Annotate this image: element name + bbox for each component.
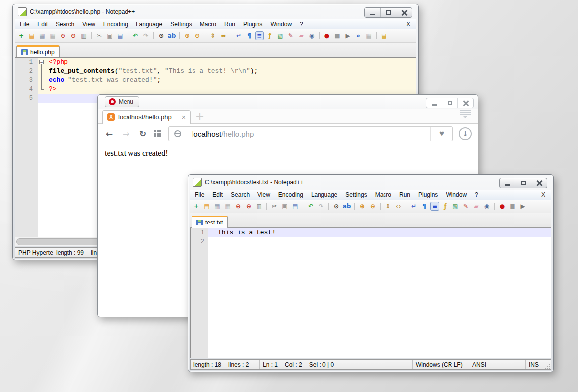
menu-item-edit[interactable]: Edit	[208, 190, 227, 199]
tab-hello-php[interactable]: hello.php	[16, 45, 60, 57]
editor-line[interactable]: 1This is a test!	[191, 228, 551, 237]
status-encoding[interactable]: ANSI	[469, 360, 526, 369]
minimize-button[interactable]	[426, 98, 442, 108]
close-doc-icon[interactable]: ⊖	[59, 31, 67, 40]
menu-item-language[interactable]: Language	[307, 190, 341, 199]
paste-icon[interactable]: ▤	[116, 31, 125, 40]
menu-close-document-button[interactable]: X	[536, 191, 550, 198]
menu-item-run[interactable]: Run	[395, 190, 414, 199]
editor-empty-area[interactable]	[191, 246, 551, 358]
opera-menu-button[interactable]: Menu	[105, 96, 139, 107]
indent-guide-icon[interactable]: ≡	[255, 31, 264, 40]
document-map-icon[interactable]: ▧	[276, 31, 285, 40]
zoom-out-icon[interactable]: ⊖	[368, 202, 377, 211]
resize-grip[interactable]	[545, 363, 551, 369]
zoom-in-icon[interactable]: ⊕	[358, 202, 367, 211]
replace-icon[interactable]: ab	[342, 202, 351, 211]
sync-horizontal-scroll-icon[interactable]: ⇔	[219, 31, 228, 40]
menu-item-settings[interactable]: Settings	[166, 20, 195, 29]
maximize-button[interactable]	[515, 178, 531, 188]
document-switcher-icon[interactable]: ✎	[286, 31, 295, 40]
print-icon[interactable]: ▥	[255, 202, 263, 211]
close-all-docs-icon[interactable]: ⊖	[69, 31, 78, 40]
open-folder-icon[interactable]: ▤	[27, 31, 36, 40]
project-panel-icon[interactable]: ▰	[297, 31, 306, 40]
speed-dial-icon[interactable]	[154, 130, 161, 137]
function-list-icon[interactable]: ƒ	[441, 202, 450, 211]
menu-item-file[interactable]: File	[16, 20, 33, 29]
word-wrap-icon[interactable]: ↵	[234, 31, 243, 40]
close-button[interactable]	[531, 178, 547, 188]
menu-close-document-button[interactable]: X	[401, 21, 415, 28]
undo-icon[interactable]: ↶	[131, 31, 140, 40]
function-list-icon[interactable]: ƒ	[265, 31, 274, 40]
new-file-icon[interactable]: +	[17, 31, 26, 40]
print-icon[interactable]: ▥	[79, 31, 88, 40]
url-text[interactable]: localhost/hello.php	[187, 130, 254, 138]
menu-item-encoding[interactable]: Encoding	[99, 20, 132, 29]
menu-item-search[interactable]: Search	[52, 20, 78, 29]
macro-play-icon[interactable]: ▶	[343, 31, 352, 40]
editor-line[interactable]: 2	[191, 237, 551, 246]
status-insert-mode[interactable]: INS	[526, 360, 544, 369]
minimize-button[interactable]	[365, 8, 380, 17]
macro-record-icon[interactable]: ●	[498, 202, 507, 211]
close-all-docs-icon[interactable]: ⊖	[244, 202, 253, 211]
menu-item-plugins[interactable]: Plugins	[414, 190, 442, 199]
macro-save-icon[interactable]: ▦	[364, 31, 373, 40]
maximize-button[interactable]	[380, 8, 396, 17]
macro-stop-icon[interactable]: ■	[508, 202, 517, 211]
editor-line[interactable]: 2file_put_contents("test.txt", "This is …	[15, 67, 416, 76]
show-all-characters-icon[interactable]: ¶	[420, 202, 429, 211]
close-button[interactable]	[396, 8, 412, 17]
macro-stop-icon[interactable]: ■	[333, 31, 342, 40]
menu-item-view[interactable]: View	[254, 190, 274, 199]
sync-vertical-scroll-icon[interactable]: ⇕	[384, 202, 392, 211]
browser-title-bar[interactable]: Menu	[98, 95, 478, 109]
cut-icon[interactable]: ✂	[95, 31, 104, 40]
editor[interactable]: 1This is a test!2	[190, 228, 551, 358]
menu-item-file[interactable]: File	[191, 190, 208, 199]
menu-item-macro[interactable]: Macro	[371, 190, 395, 199]
menu-item-search[interactable]: Search	[227, 190, 254, 199]
undo-icon[interactable]: ↶	[306, 202, 315, 211]
title-bar[interactable]: C:\xampp\htdocs\hello.php - Notepad++	[15, 4, 416, 19]
file-monitoring-eye-icon[interactable]: ◉	[482, 202, 491, 211]
document-switcher-icon[interactable]: ✎	[461, 202, 470, 211]
menu-item-run[interactable]: Run	[220, 20, 239, 29]
save-icon[interactable]: ▦	[38, 31, 47, 40]
find-icon[interactable]: ⊙	[332, 202, 341, 211]
reload-button[interactable]: ↻	[137, 130, 148, 138]
redo-icon[interactable]: ↷	[317, 202, 325, 211]
menu-item-window[interactable]: Window	[266, 20, 296, 29]
word-wrap-icon[interactable]: ↵	[409, 202, 418, 211]
menu-item-plugins[interactable]: Plugins	[239, 20, 266, 29]
file-monitoring-eye-icon[interactable]: ◉	[307, 31, 316, 40]
menu-item-encoding[interactable]: Encoding	[274, 190, 307, 199]
show-all-characters-icon[interactable]: ¶	[245, 31, 254, 40]
macro-run-multiple-icon[interactable]: »	[354, 31, 363, 40]
minimize-button[interactable]	[500, 178, 515, 188]
save-all-icon[interactable]: ▦	[223, 202, 232, 211]
menu-item-language[interactable]: Language	[132, 20, 166, 29]
open-folder-icon[interactable]: ▤	[202, 202, 211, 211]
find-icon[interactable]: ⊙	[157, 31, 166, 40]
paste-icon[interactable]: ▤	[291, 202, 300, 211]
site-info-button[interactable]	[169, 127, 187, 141]
status-eol-format[interactable]: Windows (CR LF)	[413, 360, 469, 369]
fold-marker-icon[interactable]	[38, 58, 48, 67]
tab-menu-icon[interactable]	[460, 110, 471, 121]
editor-line[interactable]: 1<?php	[15, 58, 416, 67]
menu-item-edit[interactable]: Edit	[33, 20, 52, 29]
menu-item-[interactable]: ?	[471, 190, 482, 199]
document-map-icon[interactable]: ▧	[451, 202, 460, 211]
new-file-icon[interactable]: +	[192, 202, 201, 211]
menu-item-view[interactable]: View	[78, 20, 99, 29]
editor-line[interactable]: 3echo "test.txt was created!";	[15, 76, 416, 85]
bookmark-heart-button[interactable]: ♥	[430, 127, 452, 141]
sync-horizontal-scroll-icon[interactable]: ⇔	[394, 202, 403, 211]
new-tab-button[interactable]: +	[193, 111, 207, 123]
indent-guide-icon[interactable]: ≡	[430, 202, 439, 211]
tab-localhost-hello[interactable]: X localhost/hello.php ×	[102, 110, 191, 124]
maximize-button[interactable]	[442, 98, 457, 108]
